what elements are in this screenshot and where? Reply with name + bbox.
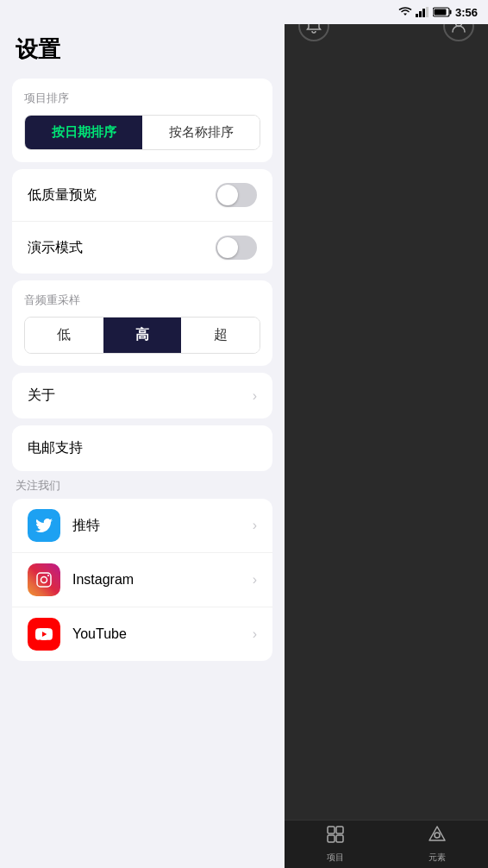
sort-label: 项目排序 — [24, 91, 260, 106]
svg-rect-13 — [336, 827, 343, 833]
follow-label: 关注我们 — [12, 478, 272, 499]
toggle-row-demo-mode: 演示模式 — [12, 221, 272, 274]
projects-icon — [326, 825, 345, 849]
svg-point-9 — [41, 577, 47, 583]
twitter-row[interactable]: 推特 › — [12, 499, 272, 553]
email-label: 电邮支持 — [28, 439, 83, 457]
elements-icon — [428, 825, 447, 849]
svg-point-10 — [47, 575, 49, 576]
twitter-icon — [28, 509, 60, 542]
toggle-knob-2 — [217, 237, 238, 258]
svg-marker-0 — [404, 14, 407, 16]
svg-rect-4 — [426, 7, 429, 17]
follow-section-wrapper: 关注我们 推特 › — [12, 478, 272, 661]
follow-section: 推特 › Instagram › — [12, 499, 272, 661]
sort-buttons: 按日期排序 按名称排序 — [24, 115, 260, 150]
instagram-chevron-icon: › — [253, 572, 257, 588]
nav-projects[interactable]: 项目 — [326, 825, 345, 864]
about-label: 关于 — [28, 387, 55, 405]
svg-rect-6 — [449, 10, 451, 15]
svg-rect-7 — [434, 9, 446, 16]
demo-mode-label: 演示模式 — [28, 239, 83, 257]
twitter-chevron-icon: › — [253, 518, 257, 533]
youtube-row[interactable]: YouTube › — [12, 607, 272, 661]
svg-rect-14 — [328, 835, 335, 842]
email-row[interactable]: 电邮支持 — [12, 425, 272, 471]
svg-rect-2 — [419, 11, 422, 17]
left-panel: 设置 项目排序 按日期排序 按名称排序 低质量预览 演示模式 音频重采样 低 高… — [0, 0, 285, 868]
sort-by-date-button[interactable]: 按日期排序 — [25, 116, 142, 149]
audio-high-button[interactable]: 高 — [103, 318, 182, 353]
audio-buttons: 低 高 超 — [24, 317, 260, 354]
svg-point-17 — [435, 833, 440, 838]
svg-rect-3 — [422, 9, 425, 17]
audio-low-button[interactable]: 低 — [25, 318, 103, 353]
battery-icon — [433, 7, 452, 17]
wifi-icon — [398, 7, 412, 17]
svg-rect-1 — [416, 14, 418, 17]
status-icons: 3:56 — [398, 6, 478, 19]
projects-label: 项目 — [327, 852, 344, 864]
youtube-icon — [28, 618, 60, 651]
signal-icon — [416, 7, 429, 17]
instagram-name: Instagram — [72, 572, 253, 588]
bottom-nav: 项目 元素 — [285, 820, 488, 868]
svg-rect-12 — [328, 827, 335, 833]
about-row[interactable]: 关于 › — [12, 373, 272, 418]
toggle-section: 低质量预览 演示模式 — [12, 169, 272, 274]
svg-rect-15 — [336, 835, 343, 842]
youtube-chevron-icon: › — [253, 626, 257, 642]
youtube-name: YouTube — [72, 626, 253, 642]
status-time: 3:56 — [455, 6, 478, 19]
low-quality-toggle[interactable] — [216, 183, 257, 207]
instagram-row[interactable]: Instagram › — [12, 553, 272, 607]
sort-section: 项目排序 按日期排序 按名称排序 — [12, 79, 272, 162]
toggle-row-low-quality: 低质量预览 — [12, 169, 272, 221]
twitter-name: 推特 — [72, 517, 253, 535]
low-quality-label: 低质量预览 — [28, 186, 97, 204]
right-panel — [285, 0, 488, 868]
about-chevron-icon: › — [253, 388, 257, 404]
toggle-knob — [217, 185, 238, 205]
about-section: 关于 › — [12, 373, 272, 418]
elements-label: 元素 — [429, 852, 446, 864]
status-bar: 3:56 — [0, 0, 488, 24]
audio-ultra-button[interactable]: 超 — [181, 318, 260, 353]
audio-label: 音频重采样 — [24, 292, 260, 308]
sort-by-name-button[interactable]: 按名称排序 — [142, 116, 260, 149]
demo-mode-toggle[interactable] — [216, 236, 257, 260]
instagram-icon — [28, 563, 60, 596]
email-section: 电邮支持 — [12, 425, 272, 471]
nav-elements[interactable]: 元素 — [428, 825, 447, 864]
audio-section: 音频重采样 低 高 超 — [12, 280, 272, 366]
